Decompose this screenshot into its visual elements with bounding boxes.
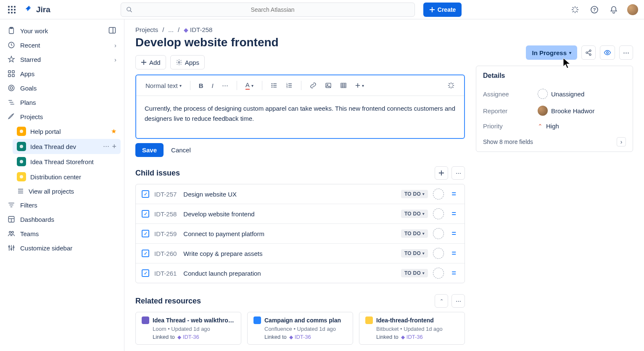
sidebar-item-recent[interactable]: Recent › bbox=[3, 38, 121, 52]
help-icon[interactable]: ? bbox=[589, 4, 600, 16]
resource-card[interactable]: Idea Thread - web walkthrough Loom • Upd… bbox=[135, 312, 241, 345]
sidebar-label: Teams bbox=[20, 230, 39, 237]
child-priority-icon[interactable]: = bbox=[449, 229, 459, 238]
rovo-icon[interactable] bbox=[569, 4, 581, 16]
sidebar-label: Customize sidebar bbox=[20, 245, 72, 252]
child-issue-row[interactable]: IDT-259 Connect to payment platform TO D… bbox=[136, 224, 465, 244]
child-status-dropdown[interactable]: TO DO ▾ bbox=[401, 210, 428, 218]
issue-title[interactable]: Develop website frontend bbox=[135, 36, 465, 49]
child-issue-row[interactable]: IDT-258 Develop website frontend TO DO ▾… bbox=[136, 204, 465, 224]
add-child-issue-button[interactable] bbox=[435, 166, 448, 180]
create-button[interactable]: Create bbox=[423, 3, 462, 17]
child-assignee-icon[interactable] bbox=[433, 228, 444, 239]
projects-list: Help portal★Idea Thread dev⋯+Idea Thread… bbox=[3, 124, 121, 184]
child-priority-icon[interactable]: = bbox=[449, 210, 459, 218]
more-actions-button[interactable]: ⋯ bbox=[619, 45, 633, 60]
bullet-list-button[interactable] bbox=[267, 80, 281, 91]
add-button[interactable]: Add bbox=[135, 55, 166, 69]
child-status-dropdown[interactable]: TO DO ▾ bbox=[401, 269, 428, 277]
text-color-button[interactable]: A ▾ bbox=[242, 79, 257, 92]
clock-icon bbox=[8, 41, 15, 49]
eye-icon bbox=[604, 49, 611, 56]
child-status-dropdown[interactable]: TO DO ▾ bbox=[401, 190, 428, 198]
table-button[interactable] bbox=[337, 80, 350, 91]
status-dropdown[interactable]: In Progress ▾ bbox=[526, 45, 577, 60]
sidebar-view-all-projects[interactable]: View all projects bbox=[13, 184, 121, 198]
task-icon bbox=[142, 269, 149, 277]
sidebar-item-customize[interactable]: Customize sidebar bbox=[3, 241, 121, 255]
resource-card[interactable]: Campaign and comms plan Confluence • Upd… bbox=[247, 312, 353, 345]
watch-button[interactable] bbox=[600, 45, 615, 60]
sidebar-item-apps[interactable]: Apps bbox=[3, 66, 121, 81]
project-add-icon[interactable]: + bbox=[112, 142, 116, 151]
ai-button[interactable] bbox=[444, 79, 458, 92]
apps-button[interactable]: Apps bbox=[170, 55, 205, 69]
cancel-button[interactable]: Cancel bbox=[171, 146, 191, 154]
user-avatar[interactable] bbox=[627, 4, 638, 15]
sidebar-project-item[interactable]: Distribution center bbox=[13, 169, 121, 184]
italic-button[interactable]: I bbox=[209, 80, 217, 92]
sidebar-item-filters[interactable]: Filters bbox=[3, 198, 121, 212]
child-assignee-icon[interactable] bbox=[433, 248, 444, 259]
project-more-icon[interactable]: ⋯ bbox=[103, 142, 109, 151]
sidebar-item-plans[interactable]: Plans bbox=[3, 95, 121, 109]
child-assignee-icon[interactable] bbox=[433, 189, 444, 199]
project-icon bbox=[17, 142, 26, 151]
jira-logo[interactable]: Jira bbox=[24, 5, 50, 14]
star-icon bbox=[8, 56, 15, 63]
notifications-icon[interactable] bbox=[608, 4, 620, 16]
child-issues-list: IDT-257 Design website UX TO DO ▾ = IDT-… bbox=[135, 184, 465, 283]
sidebar-project-item[interactable]: Idea Thread Storefront bbox=[13, 154, 121, 169]
image-button[interactable] bbox=[322, 80, 335, 91]
numbered-list-button[interactable]: 123 bbox=[282, 80, 296, 91]
search-bar[interactable] bbox=[121, 3, 415, 17]
resources-more-button[interactable]: ⋯ bbox=[451, 294, 465, 308]
save-button[interactable]: Save bbox=[135, 143, 164, 157]
bold-button[interactable]: B bbox=[195, 80, 207, 92]
child-priority-icon[interactable]: = bbox=[449, 249, 459, 258]
breadcrumb-issue-key[interactable]: ◆IDT-258 bbox=[184, 26, 212, 33]
child-issue-row[interactable]: IDT-257 Design website UX TO DO ▾ = bbox=[136, 184, 465, 204]
project-icon bbox=[17, 127, 26, 136]
app-switcher-icon[interactable] bbox=[6, 4, 18, 16]
sidebar-item-dashboards[interactable]: Dashboards bbox=[3, 212, 121, 226]
breadcrumb-dots[interactable]: ... bbox=[168, 26, 174, 33]
child-status-dropdown[interactable]: TO DO ▾ bbox=[401, 249, 428, 258]
link-button[interactable] bbox=[306, 80, 320, 91]
collapse-resources-button[interactable]: ⌃ bbox=[435, 294, 448, 308]
more-formatting-button[interactable]: ⋯ bbox=[219, 79, 232, 92]
sidebar-collapse-icon[interactable] bbox=[106, 24, 118, 36]
search-icon bbox=[126, 6, 132, 13]
show-more-fields[interactable]: Show 8 more fields › bbox=[483, 133, 626, 149]
sidebar-item-projects[interactable]: Projects bbox=[3, 109, 121, 124]
project-name: Distribution center bbox=[30, 173, 81, 181]
detail-priority[interactable]: Priority ⌃High bbox=[483, 119, 626, 133]
child-issue-key: IDT-257 bbox=[154, 191, 177, 198]
task-icon bbox=[142, 230, 149, 237]
child-issue-row[interactable]: IDT-261 Conduct launch preparation TO DO… bbox=[136, 263, 465, 283]
child-issue-row[interactable]: IDT-260 Write copy & prepare assets TO D… bbox=[136, 244, 465, 263]
share-button[interactable] bbox=[581, 45, 596, 60]
detail-assignee[interactable]: Assignee Unassigned bbox=[483, 85, 626, 102]
sidebar-item-starred[interactable]: Starred › bbox=[3, 52, 121, 66]
description-textarea[interactable]: Currently, the process of designing cust… bbox=[136, 96, 464, 138]
child-assignee-icon[interactable] bbox=[433, 268, 444, 279]
create-label: Create bbox=[438, 6, 456, 13]
sidebar-item-goals[interactable]: Goals bbox=[3, 81, 121, 95]
text-style-dropdown[interactable]: Normal text ▾ bbox=[142, 80, 185, 92]
sidebar-item-teams[interactable]: Teams bbox=[3, 226, 121, 241]
breadcrumb-projects[interactable]: Projects bbox=[135, 26, 158, 33]
child-assignee-icon[interactable] bbox=[433, 208, 444, 219]
child-priority-icon[interactable]: = bbox=[449, 190, 459, 199]
sidebar-project-item[interactable]: Help portal★ bbox=[13, 124, 121, 139]
child-issues-more-button[interactable]: ⋯ bbox=[451, 166, 465, 180]
insert-button[interactable]: ▾ bbox=[352, 80, 367, 90]
child-priority-icon[interactable]: = bbox=[449, 269, 459, 278]
sidebar-item-your-work[interactable]: Your work bbox=[3, 24, 121, 38]
svg-line-18 bbox=[573, 11, 574, 12]
search-input[interactable] bbox=[136, 6, 409, 13]
resource-card[interactable]: Idea-thread-frontend Bitbucket • Updated… bbox=[359, 312, 465, 345]
detail-reporter[interactable]: Reporter Brooke Hadwor bbox=[483, 102, 626, 119]
child-status-dropdown[interactable]: TO DO ▾ bbox=[401, 229, 428, 238]
sidebar-project-item[interactable]: Idea Thread dev⋯+ bbox=[13, 139, 121, 154]
